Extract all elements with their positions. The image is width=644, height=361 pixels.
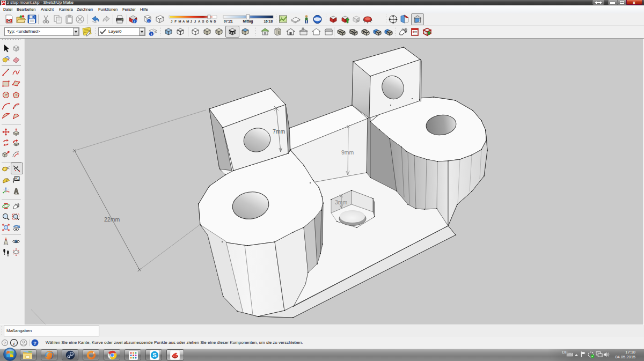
svg-text:A1: A1 [15,176,19,180]
svg-text:A: A [182,20,185,23]
svg-text:F: F [174,20,177,23]
svg-text:N: N [210,20,212,23]
svg-text:M: M [179,20,181,23]
svg-text:7mm: 7mm [273,128,286,135]
svg-text:9mm: 9mm [341,149,354,156]
svg-text:J: J [194,20,196,23]
svg-text:S: S [152,352,156,358]
svg-text:i: i [134,19,135,23]
svg-text:i: i [149,19,150,23]
svg-text:16:18: 16:18 [264,19,273,23]
svg-text:O: O [206,20,209,23]
svg-text:A: A [198,20,201,23]
svg-text:M: M [186,20,189,23]
svg-text:i: i [151,32,152,36]
svg-text:07:21: 07:21 [224,19,233,23]
svg-text:?: ? [4,341,6,345]
svg-text:D: D [214,20,216,23]
svg-text:Mittag: Mittag [243,19,253,24]
svg-text:J: J [191,20,192,23]
svg-text:22mm: 22mm [104,216,120,223]
svg-text:J: J [171,20,172,23]
svg-text:i: i [13,341,15,346]
svg-text:S: S [202,20,204,23]
svg-text:3mm: 3mm [335,199,348,205]
svg-text:?: ? [33,341,36,346]
